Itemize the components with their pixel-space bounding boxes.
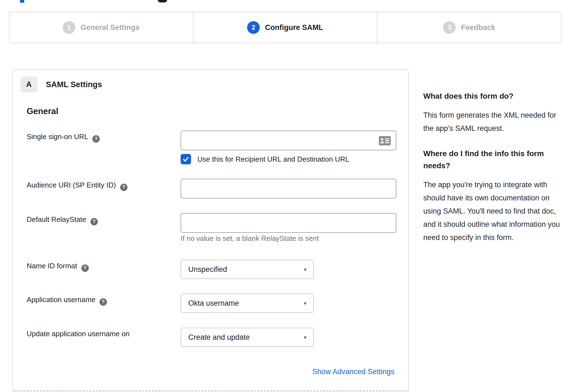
step-general-settings[interactable]: 1 General Settings — [9, 12, 193, 43]
name-id-format-select[interactable]: Unspecified ▾ — [181, 260, 314, 279]
update-username-label-text: Update application username on — [27, 330, 129, 338]
step-2-badge: 2 — [247, 21, 260, 34]
help-section-where-heading: Where do I find the info this form needs… — [423, 148, 562, 172]
help-section-what-body: This form generates the XML needed for t… — [423, 109, 562, 135]
update-username-select[interactable]: Create and update ▾ — [181, 328, 314, 347]
help-icon[interactable]: ? — [120, 184, 128, 191]
wizard-stepper: 1 General Settings 2 Configure SAML 3 Fe… — [9, 12, 562, 43]
step-3-label: Feedback — [461, 23, 495, 32]
step-2-label: Configure SAML — [265, 23, 323, 32]
step-feedback[interactable]: 3 Feedback — [377, 12, 561, 43]
application-username-value: Okta username — [188, 299, 239, 308]
relay-state-label: Default RelayState? — [27, 215, 98, 225]
relay-state-label-text: Default RelayState — [27, 215, 86, 223]
section-a-badge: A — [20, 76, 37, 92]
saml-settings-panel: A SAML Settings General Single sign-on U… — [12, 69, 409, 392]
general-section-heading: General — [27, 106, 58, 116]
audience-uri-input[interactable] — [181, 179, 396, 198]
recipient-url-checkbox-label[interactable]: Use this for Recipient URL and Destinati… — [197, 155, 349, 164]
audience-uri-label: Audience URI (SP Entity ID)? — [27, 181, 128, 191]
tab-indicator-fragment — [20, 0, 24, 3]
step-3-badge: 3 — [443, 21, 456, 34]
help-icon[interactable]: ? — [81, 264, 89, 272]
name-id-format-label: Name ID format? — [27, 262, 89, 272]
help-icon[interactable]: ? — [99, 298, 107, 306]
audience-uri-label-text: Audience URI (SP Entity ID) — [27, 181, 116, 189]
sso-url-label-text: Single sign-on URL — [27, 132, 88, 141]
checkmark-icon — [182, 155, 190, 163]
chevron-down-icon: ▾ — [304, 334, 306, 341]
update-username-value: Create and update — [188, 333, 250, 342]
help-section-where-body: The app you're trying to integrate with … — [423, 178, 562, 244]
panel-title: SAML Settings — [46, 80, 102, 89]
help-section-what-heading: What does this form do? — [423, 90, 562, 102]
step-1-label: General Settings — [81, 23, 140, 32]
application-username-label-text: Application username — [27, 296, 95, 304]
dark-toggle-fragment — [158, 0, 167, 2]
sso-url-label: Single sign-on URL? — [27, 132, 100, 143]
name-id-format-label-text: Name ID format — [27, 262, 77, 270]
section-dashed-divider — [13, 390, 408, 391]
application-username-select[interactable]: Okta username ▾ — [181, 294, 314, 313]
panel-header: A SAML Settings — [20, 76, 102, 92]
step-configure-saml[interactable]: 2 Configure SAML — [193, 12, 377, 43]
address-card-icon — [379, 136, 391, 145]
sso-url-input[interactable] — [181, 131, 396, 150]
help-section-what: What does this form do? This form genera… — [423, 90, 562, 135]
help-icon[interactable]: ? — [92, 135, 100, 143]
recipient-url-checkbox-row: Use this for Recipient URL and Destinati… — [181, 154, 349, 164]
step-1-badge: 1 — [63, 21, 75, 34]
update-username-label: Update application username on — [27, 330, 129, 338]
recipient-url-checkbox[interactable] — [181, 154, 191, 164]
help-sidebar: What does this form do? This form genera… — [423, 90, 562, 244]
relay-state-input[interactable] — [181, 213, 396, 233]
help-icon[interactable]: ? — [90, 218, 98, 225]
relay-state-hint: If no value is set, a blank RelayState i… — [181, 234, 319, 243]
chevron-down-icon: ▾ — [304, 266, 306, 273]
show-advanced-settings-link[interactable]: Show Advanced Settings — [312, 368, 394, 376]
chevron-down-icon: ▾ — [304, 300, 306, 307]
application-username-label: Application username? — [27, 296, 107, 306]
name-id-format-value: Unspecified — [188, 265, 227, 274]
help-section-where: Where do I find the info this form needs… — [423, 148, 562, 244]
